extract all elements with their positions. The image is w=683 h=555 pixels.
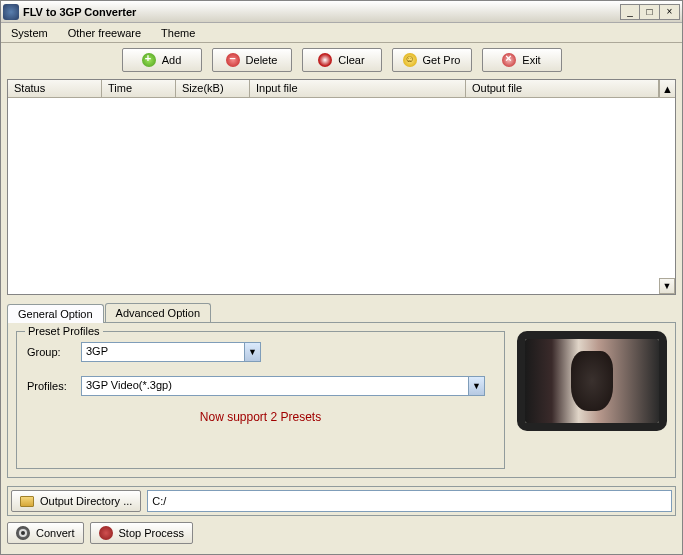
bottom-row: Convert Stop Process (7, 522, 676, 544)
minimize-button[interactable]: _ (620, 4, 640, 20)
list-header: Status Time Size(kB) Input file Output f… (8, 80, 675, 98)
stop-icon (99, 526, 113, 540)
col-input[interactable]: Input file (250, 80, 466, 97)
scroll-up-button[interactable]: ▲ (659, 80, 675, 97)
titlebar: FLV to 3GP Converter _ □ × (1, 1, 682, 23)
output-directory-button[interactable]: Output Directory ... (11, 490, 141, 512)
menubar: System Other freeware Theme (1, 23, 682, 43)
output-btn-label: Output Directory ... (40, 495, 132, 507)
preset-legend: Preset Profiles (25, 325, 103, 337)
clear-label: Clear (338, 54, 364, 66)
getpro-icon (403, 53, 417, 67)
menu-system[interactable]: System (7, 25, 52, 41)
getpro-button[interactable]: Get Pro (392, 48, 472, 72)
convert-icon (16, 526, 30, 540)
convert-button[interactable]: Convert (7, 522, 84, 544)
stop-process-button[interactable]: Stop Process (90, 522, 193, 544)
preset-profiles-group: Preset Profiles Group: 3GP ▼ Profiles: 3… (16, 331, 505, 469)
profiles-select[interactable]: 3GP Video(*.3gp) ▼ (81, 376, 485, 396)
add-label: Add (162, 54, 182, 66)
group-value: 3GP (82, 343, 244, 361)
col-status[interactable]: Status (8, 80, 102, 97)
exit-label: Exit (522, 54, 540, 66)
support-text: Now support 2 Presets (27, 410, 494, 424)
group-select[interactable]: 3GP ▼ (81, 342, 261, 362)
device-preview-image (517, 331, 667, 431)
delete-button[interactable]: Delete (212, 48, 292, 72)
toolbar: Add Delete Clear Get Pro Exit (1, 43, 682, 77)
col-time[interactable]: Time (102, 80, 176, 97)
col-size[interactable]: Size(kB) (176, 80, 250, 97)
convert-label: Convert (36, 527, 75, 539)
window-controls: _ □ × (620, 4, 680, 20)
maximize-button[interactable]: □ (640, 4, 660, 20)
add-icon (142, 53, 156, 67)
window-title: FLV to 3GP Converter (23, 6, 620, 18)
app-icon (3, 4, 19, 20)
clear-button[interactable]: Clear (302, 48, 382, 72)
getpro-label: Get Pro (423, 54, 461, 66)
profiles-value: 3GP Video(*.3gp) (82, 377, 468, 395)
stop-label: Stop Process (119, 527, 184, 539)
profiles-label: Profiles: (27, 380, 81, 392)
output-path-input[interactable] (147, 490, 672, 512)
tab-advanced[interactable]: Advanced Option (105, 303, 211, 322)
file-list: Status Time Size(kB) Input file Output f… (7, 79, 676, 295)
list-body[interactable]: ▼ (8, 98, 675, 294)
output-row: Output Directory ... (7, 486, 676, 516)
close-button[interactable]: × (660, 4, 680, 20)
folder-icon (20, 496, 34, 507)
group-label: Group: (27, 346, 81, 358)
tab-panel-general: Preset Profiles Group: 3GP ▼ Profiles: 3… (7, 322, 676, 478)
menu-theme[interactable]: Theme (157, 25, 199, 41)
clear-icon (318, 53, 332, 67)
menu-other-freeware[interactable]: Other freeware (64, 25, 145, 41)
exit-icon (502, 53, 516, 67)
option-tabs: General Option Advanced Option (7, 303, 676, 322)
delete-label: Delete (246, 54, 278, 66)
delete-icon (226, 53, 240, 67)
chevron-down-icon: ▼ (244, 343, 260, 361)
add-button[interactable]: Add (122, 48, 202, 72)
scroll-down-button[interactable]: ▼ (659, 278, 675, 294)
col-output[interactable]: Output file (466, 80, 659, 97)
chevron-down-icon: ▼ (468, 377, 484, 395)
exit-button[interactable]: Exit (482, 48, 562, 72)
tab-general[interactable]: General Option (7, 304, 104, 323)
app-window: FLV to 3GP Converter _ □ × System Other … (0, 0, 683, 555)
